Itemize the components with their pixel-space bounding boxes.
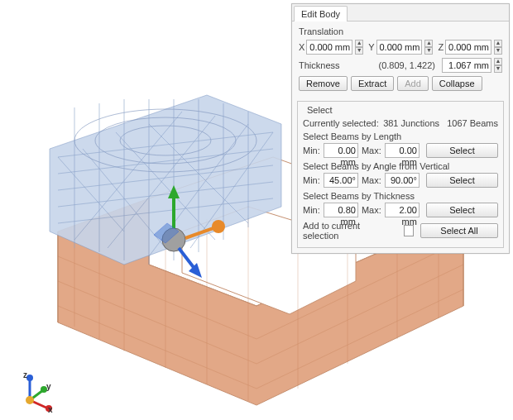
select-group: Select Currently selected: 381 Junctions…: [297, 101, 504, 248]
length-max-label: Max:: [362, 146, 381, 155]
length-max-input[interactable]: 0.00 mm: [385, 143, 420, 158]
thick-max-label: Max:: [362, 205, 381, 215]
z-input[interactable]: 0.000 mm: [445, 40, 491, 55]
add-to-current-checkbox[interactable]: [404, 225, 414, 236]
edit-body-panel: Edit Body Translation X 0.000 mm ▲▼ Y 0.…: [291, 3, 510, 254]
thickness-min-input[interactable]: 0.80 mm: [324, 203, 358, 217]
tab-edit-body[interactable]: Edit Body: [294, 6, 348, 21]
length-min-input[interactable]: 0.00 mm: [324, 143, 358, 158]
angle-min-label: Min:: [303, 175, 320, 185]
x-label: X: [299, 42, 304, 52]
x-spinner[interactable]: ▲▼: [355, 40, 363, 55]
y-spinner[interactable]: ▲▼: [424, 40, 433, 55]
junctions-label: Junctions: [401, 118, 439, 128]
z-spinner[interactable]: ▲▼: [494, 40, 502, 55]
beams-count: 1067: [447, 118, 467, 128]
select-by-length-button[interactable]: Select: [426, 143, 498, 158]
select-group-title: Select: [304, 105, 335, 115]
thickness-spinner[interactable]: ▲▼: [494, 58, 502, 73]
thickness-input[interactable]: 1.067 mm: [442, 58, 491, 73]
by-angle-title: Select Beams by Angle from Vertical: [303, 161, 498, 171]
svg-point-55: [26, 375, 33, 381]
collapse-button[interactable]: Collapse: [432, 76, 482, 91]
svg-point-60: [26, 396, 34, 404]
thick-min-label: Min:: [303, 205, 320, 215]
angle-max-label: Max:: [362, 175, 381, 185]
translation-title: Translation: [299, 26, 502, 36]
y-label: Y: [368, 42, 374, 52]
axis-x-label: x: [48, 405, 53, 414]
angle-max-input[interactable]: 90.00°: [385, 173, 420, 188]
select-all-button[interactable]: Select All: [420, 223, 498, 238]
select-by-angle-button[interactable]: Select: [426, 173, 498, 188]
axis-triad: z y x: [15, 374, 53, 412]
junctions-count: 381: [383, 118, 398, 128]
axis-y-label: y: [46, 382, 51, 391]
y-input[interactable]: 0.000 mm: [376, 40, 423, 55]
z-label: Z: [438, 42, 443, 52]
by-length-title: Select Beams by Length: [303, 131, 498, 141]
angle-min-input[interactable]: 45.00°: [324, 173, 358, 188]
remove-button[interactable]: Remove: [299, 76, 348, 91]
by-thickness-title: Select Beams by Thickness: [303, 191, 498, 201]
select-by-thickness-button[interactable]: Select: [426, 203, 498, 217]
axis-z-label: z: [23, 370, 27, 379]
currently-selected-label: Currently selected:: [303, 118, 379, 128]
thickness-label: Thickness: [299, 60, 340, 70]
add-button: Add: [397, 76, 429, 91]
beams-label: Beams: [470, 118, 498, 128]
thickness-range: (0.809, 1.422): [379, 60, 436, 70]
svg-point-52: [212, 220, 225, 233]
extract-button[interactable]: Extract: [351, 76, 394, 91]
thickness-max-input[interactable]: 2.00 mm: [385, 203, 420, 217]
x-input[interactable]: 0.000 mm: [306, 40, 352, 55]
add-to-current-label: Add to current selection: [303, 221, 386, 241]
panel-tabs: Edit Body: [292, 4, 509, 21]
length-min-label: Min:: [303, 146, 320, 155]
